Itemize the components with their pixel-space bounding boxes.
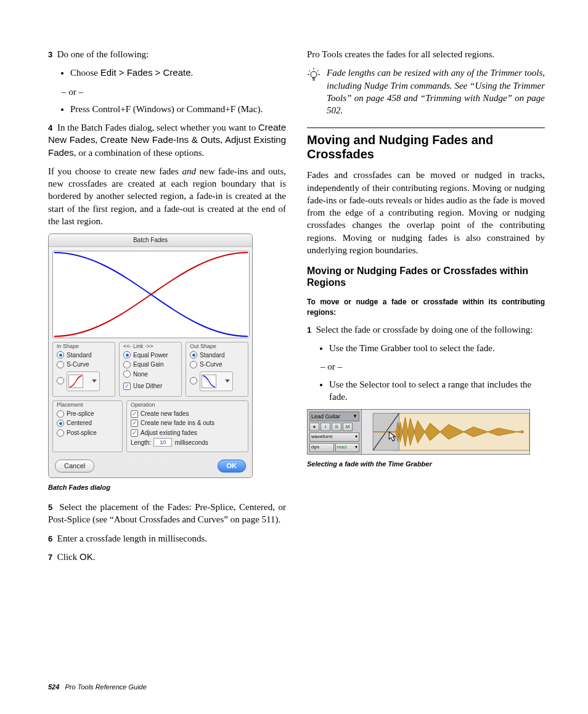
lightbulb-icon	[307, 67, 321, 116]
track-playlist[interactable]	[362, 410, 529, 454]
track-name[interactable]: Lead Guitar ▼	[309, 412, 359, 421]
subheading-within-regions: Moving or Nudging Fades or Crossfades wi…	[307, 265, 545, 288]
tip-block: Fade lengths can be resized with any of …	[307, 67, 545, 116]
radio-icon	[190, 377, 197, 384]
right-bullet-2: Use the Selector tool to select a range …	[329, 378, 545, 404]
radio-icon	[57, 410, 64, 418]
out-shape-thumb-button[interactable]	[200, 371, 233, 391]
step-7-num: 7	[48, 553, 52, 562]
checkbox-icon: ✓	[131, 420, 138, 427]
cancel-button[interactable]: Cancel	[55, 460, 94, 473]
automation-mode[interactable]: read▾	[335, 443, 360, 452]
newfades-para: If you choose to create new fades and ne…	[48, 165, 286, 227]
svg-point-0	[311, 71, 317, 78]
link-none[interactable]: None	[123, 370, 178, 379]
placement-postsplice[interactable]: Post-splice	[57, 429, 118, 437]
placement-presplice[interactable]: Pre-splice	[57, 410, 118, 418]
placement-group: Placement Pre-splice Centered Post-splic…	[52, 400, 123, 453]
op-create-new-fadeio[interactable]: ✓Create new fade ins & outs	[131, 419, 244, 428]
step3-bullet-1: Choose Edit > Fades > Create.	[70, 67, 286, 79]
figure-2-caption: Selecting a fade with the Time Grabber	[307, 460, 545, 469]
in-shape-thumb-button[interactable]	[67, 371, 100, 391]
link-equal-power[interactable]: Equal Power	[123, 351, 178, 360]
step-5-num: 5	[48, 503, 52, 512]
out-shape-custom[interactable]	[190, 370, 244, 391]
right-bullet-1: Use the Time Grabber tool to select the …	[329, 342, 545, 354]
out-shape-scurve[interactable]: S-Curve	[190, 360, 244, 369]
in-shape-standard[interactable]: Standard	[57, 351, 111, 360]
mute-button[interactable]: M	[343, 423, 353, 431]
op-adjust-existing[interactable]: ✓Adjust existing fades	[131, 429, 244, 437]
book-title: Pro Tools Reference Guide	[65, 683, 147, 691]
link-equal-gain[interactable]: Equal Gain	[123, 360, 178, 369]
radio-icon	[57, 377, 64, 384]
step-3-text: Do one of the following:	[57, 49, 149, 59]
step3-bullet-2: Press Control+F (Windows) or Command+F (…	[70, 103, 286, 115]
ok-button[interactable]: OK	[218, 460, 247, 473]
record-button[interactable]: ●	[309, 423, 319, 431]
step-5: 5 Select the placement of the Fades: Pre…	[48, 501, 286, 526]
radio-icon	[123, 351, 131, 359]
checkbox-icon: ✓	[131, 429, 138, 437]
radio-icon	[123, 361, 131, 368]
track-header: Lead Guitar ▼ ● I S M waveform▾ dyn read…	[308, 410, 362, 454]
link-group: <<- Link ->> Equal Power Equal Gain None…	[119, 342, 182, 397]
figure-1-caption: Batch Fades dialog	[48, 483, 286, 492]
tip-text: Fade lengths can be resized with any of …	[327, 67, 545, 116]
placement-centered[interactable]: Centered	[57, 419, 118, 428]
view-selector[interactable]: waveform▾	[309, 432, 359, 442]
radio-icon	[57, 420, 64, 427]
divider	[307, 128, 545, 128]
op-create-new-fades[interactable]: ✓Create new fades	[131, 410, 244, 418]
operation-group: Operation ✓Create new fades ✓Create new …	[126, 400, 248, 453]
dialog-title: Batch Fades	[49, 234, 252, 247]
track-figure: Lead Guitar ▼ ● I S M waveform▾ dyn read…	[307, 409, 530, 455]
step-6: 6 Enter a crossfade length in millisecon…	[48, 532, 286, 545]
step-6-num: 6	[48, 534, 52, 543]
out-shape-group: Out Shape Standard S-Curve	[186, 342, 248, 397]
chevron-down-icon: ▼	[353, 413, 357, 420]
right-step-1-num: 1	[307, 325, 311, 335]
page-footer: 524 Pro Tools Reference Guide	[48, 683, 147, 692]
right-step-1: 1 Select the fade or crossfade by doing …	[307, 323, 545, 336]
crossfade-curve-graph	[52, 251, 250, 338]
chevron-down-icon	[92, 379, 97, 383]
solo-button[interactable]: S	[332, 423, 341, 431]
step-3-num: 3	[48, 50, 52, 59]
in-shape-group: In Shape Standard S-Curve	[52, 342, 115, 397]
page-number: 524	[48, 683, 59, 691]
step-4: 4 In the Batch Fades dialog, select whet…	[48, 121, 286, 159]
use-dither[interactable]: ✓Use Dither	[123, 382, 178, 391]
or-2: – or –	[307, 360, 545, 373]
checkbox-icon: ✓	[123, 383, 131, 390]
step-7: 7 Click OK.	[48, 551, 286, 563]
radio-icon	[57, 361, 64, 368]
checkbox-icon: ✓	[131, 410, 138, 418]
radio-icon	[57, 429, 64, 437]
input-button[interactable]: I	[321, 423, 330, 431]
chevron-down-icon	[225, 379, 230, 383]
radio-icon	[57, 351, 64, 359]
right-para-1: Pro Tools creates the fades for all sele…	[307, 48, 545, 60]
dyn-button[interactable]: dyn	[309, 443, 334, 452]
step-4-num: 4	[48, 123, 52, 132]
runin-heading: To move or nudge a fade or crossfade wit…	[307, 297, 545, 317]
in-shape-custom[interactable]	[57, 370, 111, 391]
batch-fades-dialog: Batch Fades In Shape Standard S-Curve	[48, 233, 253, 478]
radio-icon	[190, 361, 197, 368]
or-1: – or –	[48, 86, 286, 98]
length-row: Length: 10 milliseconds	[131, 438, 244, 447]
out-shape-standard[interactable]: Standard	[190, 351, 244, 360]
radio-icon	[123, 370, 131, 378]
right-para-2: Fades and crossfades can be moved or nud…	[307, 169, 545, 256]
length-input[interactable]: 10	[153, 438, 172, 447]
heading-moving-nudging: Moving and Nudging Fades and Crossfades	[307, 133, 545, 161]
in-shape-scurve[interactable]: S-Curve	[57, 360, 111, 369]
radio-icon	[190, 351, 197, 359]
step-3: 3 Do one of the following:	[48, 48, 286, 60]
